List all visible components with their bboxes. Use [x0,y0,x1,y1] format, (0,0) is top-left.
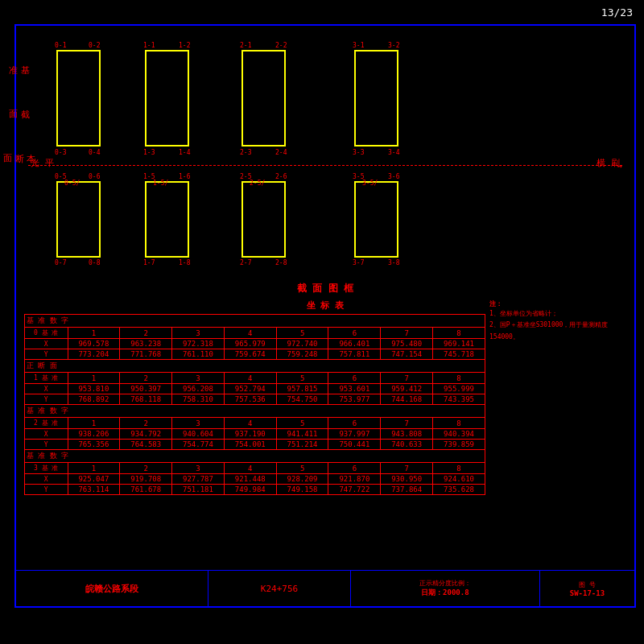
note-1: 1、坐标单位为省略计； [489,308,622,320]
dim-24: 2-4 [275,149,287,156]
dim-sub8: 3-5/ [362,180,378,187]
col-box-3 [242,50,286,147]
row-x-0: X 969.578 963.238 972.318 965.979 972.74… [25,339,485,349]
bottom-project: 皖赣公路系段 [16,571,208,606]
bottom-station: K24+756 [208,571,351,606]
col-box-2 [145,50,189,147]
project-name: 皖赣公路系段 [85,583,138,595]
group-row-label-3: 基 准 数 字 [25,450,485,463]
center-line [28,165,622,166]
dim-38: 3-8 [388,259,399,266]
row-y-0: Y 773.204 771.768 761.110 759.674 759.24… [25,349,485,360]
group-header-2: 2 基 准 1 2 3 4 5 6 7 8 [25,418,485,429]
dim-28: 2-8 [275,259,287,266]
data-table-container: 基 准 数 字 0 基 准 1 2 3 4 5 6 7 8 X [24,314,485,495]
dim-14: 1-4 [179,149,190,156]
col-box-6 [145,181,189,258]
dim-17: 1-7 [143,259,155,266]
dim-16: 1-6 [179,173,190,180]
dim-26: 2-6 [275,173,287,180]
group-header-1: 1 基 准 1 2 3 4 5 6 7 8 [25,373,485,384]
dim-18: 1-8 [179,259,190,266]
group-header-3: 3 基 准 1 2 3 4 5 6 7 8 [25,463,485,474]
diagrams-section: 0-1 0-2 0-3 0-4 1-1 1-2 1-3 1-4 2-1 2-2 … [24,30,626,295]
dim-04: 0-4 [89,149,100,156]
main-container: 13/23 基准 截面 本断面 0-1 0-2 0-3 0-4 1-1 1-2 … [0,0,644,644]
dim-27: 2-7 [240,259,251,266]
group-row-label-1: 正 断 面 [25,360,485,373]
dim-31: 3-1 [353,42,364,49]
notes-title: 注： [489,299,622,308]
dim-11: 1-1 [143,42,155,49]
dim-37: 3-7 [353,259,364,266]
section-title: 截 面 图 框 [24,282,626,295]
col-box-8 [354,181,398,258]
col-box-4 [354,50,398,147]
bottom-drawing-num: 图 号 SW-17-13 [540,571,634,606]
dim-22: 2-2 [275,42,287,49]
dim-02: 0-2 [89,42,100,49]
station-value: K24+756 [261,584,298,594]
drawing-area: 基准 截面 本断面 0-1 0-2 0-3 0-4 1-1 1-2 1-3 1-… [14,24,636,608]
row-y-3: Y 763.114 761.678 751.181 749.984 749.15… [25,485,485,495]
col-box-1 [56,50,101,147]
dim-03: 0-3 [55,149,66,156]
coord-table: 基 准 数 字 0 基 准 1 2 3 4 5 6 7 8 X [24,314,485,495]
scale-value: 日期：2000.8 [421,588,469,598]
notes-section: 注： 1、坐标单位为省略计； 2、国P＋基准坐S301000，用于量测精度154… [489,299,622,343]
col-box-7 [242,181,286,258]
dim-13: 1-3 [143,149,155,156]
dim-36: 3-6 [388,173,399,180]
scale-label: 正示精分度比例： [419,579,471,588]
dim-34: 3-4 [388,149,399,156]
note-2: 2、国P＋基准坐S301000，用于量测精度154000。 [489,320,622,343]
dim-sub6: 1-5/ [153,180,168,187]
dim-08: 0-8 [89,259,100,266]
table-section: 坐 标 表 注： 1、坐标单位为省略计； 2、国P＋基准坐S301000，用于量… [24,299,626,568]
dim-sub5: 0-5/ [64,180,80,187]
group-row-label-2: 基 准 数 字 [25,405,485,418]
row-y-1: Y 768.892 768.118 758.310 757.536 754.75… [25,394,485,405]
drawing-num-label: 图 号 [579,580,596,589]
dim-06: 0-6 [89,173,100,180]
dim-01: 0-1 [55,42,66,49]
dim-sub7: 2-5/ [250,180,265,187]
page-number: 13/23 [601,6,633,19]
row-x-3: X 925.047 919.708 927.787 921.448 928.20… [25,474,485,485]
dim-33: 3-3 [353,149,364,156]
row-y-2: Y 765.356 764.583 754.774 754.001 751.21… [25,440,485,450]
drawing-num: SW-17-13 [570,589,605,597]
dim-21: 2-1 [240,42,251,49]
dim-07: 0-7 [55,259,66,266]
dim-12: 1-2 [179,42,190,49]
row-x-2: X 938.206 934.792 940.604 937.190 941.41… [25,429,485,440]
col-box-5 [56,181,101,258]
bottom-scale: 正示精分度比例： 日期：2000.8 [351,571,540,606]
line-label-left: 光 平 [31,157,54,169]
dim-32: 3-2 [388,42,399,49]
bottom-bar: 皖赣公路系段 K24+756 正示精分度比例： 日期：2000.8 图 号 SW… [16,570,634,606]
group-header-0: 0 基 准 1 2 3 4 5 6 7 8 [25,328,485,339]
dim-23: 2-3 [240,149,251,156]
group-row-label-0: 基 准 数 字 [25,315,485,328]
row-x-1: X 953.810 950.397 956.208 952.794 957.81… [25,384,485,394]
